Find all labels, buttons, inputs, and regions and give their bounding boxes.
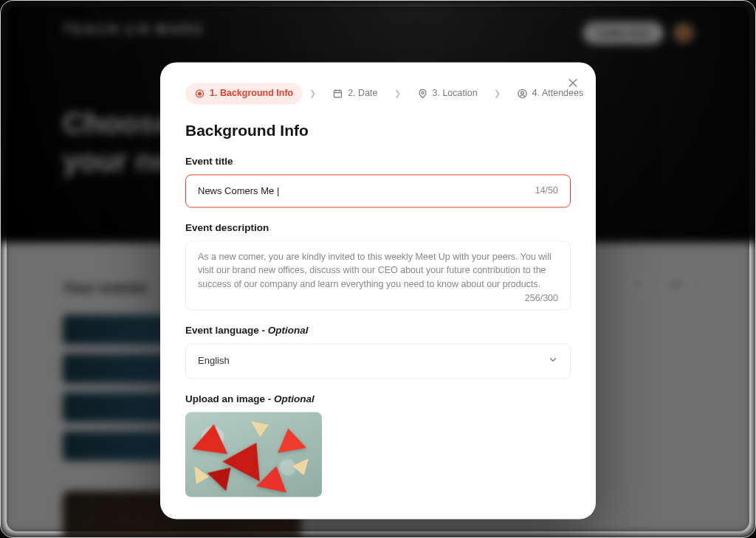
chevron-right-icon: ❯ (494, 89, 501, 98)
field-upload-image: Upload an image - Optional (185, 393, 571, 497)
event-title-counter: 14/50 (535, 185, 558, 196)
step-label: 3. Location (433, 88, 478, 98)
close-button[interactable] (565, 77, 581, 93)
calendar-icon (332, 88, 343, 99)
event-title-label: Event title (185, 156, 571, 167)
step-label: 2. Date (348, 88, 377, 98)
event-language-value: English (198, 356, 230, 367)
field-event-title: Event title 14/50 (185, 156, 571, 207)
event-language-select[interactable]: English (185, 343, 571, 379)
event-description-counter: 256/300 (525, 293, 558, 303)
stepper: 1. Background Info ❯ 2. Date ❯ 3. Locati… (185, 83, 571, 104)
upload-image-label: Upload an image - Optional (185, 393, 571, 404)
event-language-label: Event language - Optional (185, 325, 571, 336)
step-background-info[interactable]: 1. Background Info (185, 83, 302, 104)
step-label: 1. Background Info (210, 88, 293, 98)
event-description-label: Event description (185, 222, 571, 233)
chevron-down-icon (548, 354, 558, 368)
app-frame: TEACH N MARS Create event Choose e your … (0, 0, 756, 538)
event-title-input[interactable] (198, 185, 535, 196)
step-location[interactable]: 3. Location (408, 83, 487, 104)
svg-point-10 (520, 91, 523, 94)
location-icon (417, 88, 428, 99)
event-description-input[interactable]: As a new comer, you are kindly invited t… (185, 241, 571, 310)
field-event-language: Event language - Optional English (185, 325, 571, 379)
svg-point-8 (421, 92, 423, 94)
modal-title: Background Info (185, 122, 571, 139)
uploaded-image-thumbnail[interactable] (185, 412, 322, 497)
event-title-input-wrap[interactable]: 14/50 (185, 174, 571, 207)
chevron-right-icon: ❯ (309, 89, 316, 98)
svg-rect-4 (334, 90, 342, 97)
create-event-modal: 1. Background Info ❯ 2. Date ❯ 3. Locati… (160, 62, 596, 519)
field-event-description: Event description As a new comer, you ar… (185, 222, 571, 310)
close-icon (567, 77, 579, 92)
svg-point-3 (199, 92, 202, 95)
attendees-icon (517, 88, 528, 99)
chevron-right-icon: ❯ (394, 89, 401, 98)
target-icon (194, 88, 205, 99)
event-description-text: As a new comer, you are kindly invited t… (198, 250, 558, 292)
step-date[interactable]: 2. Date (323, 83, 386, 104)
